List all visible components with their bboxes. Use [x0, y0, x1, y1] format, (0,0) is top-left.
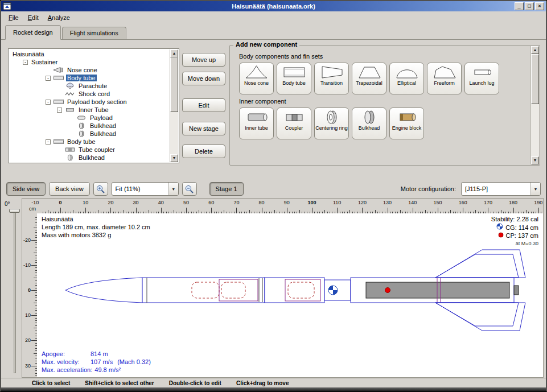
add-trapezoidal-fin-button[interactable]: Trapezoidal [352, 63, 386, 94]
ruler-tick [60, 208, 61, 213]
menu-item-analyze[interactable]: Analyze [43, 13, 75, 23]
scrollbar-thumb[interactable] [531, 54, 539, 104]
tree-item-body-tube[interactable]: -Body tube [9, 74, 170, 82]
tree-item-nose-cone[interactable]: Nose cone [9, 66, 170, 74]
freeform-fin-icon [432, 64, 457, 80]
add-body-tube-button[interactable]: Body tube [277, 63, 311, 94]
tree-item-label: Haisunäätä [11, 51, 46, 57]
tree-item-inner-tube[interactable]: -Inner Tube [9, 106, 170, 114]
chevron-down-icon[interactable]: ▼ [168, 183, 178, 195]
delete-button[interactable]: Delete [182, 145, 225, 158]
payload-section-shape[interactable] [265, 278, 324, 303]
tree-item-bulkhead[interactable]: Bulkhead [9, 122, 170, 130]
add-engine-block-button[interactable]: Engine block [389, 108, 424, 139]
close-button[interactable]: ✕ [535, 2, 544, 10]
add-centering-ring-button[interactable]: Centering ring [314, 108, 349, 139]
view-toolbar: Side view Back view Fit (11%) ▼ Stage 1 … [1, 180, 546, 198]
title-bar[interactable]: Haisunäätä (haisunaata.ork) _ □ ✕ [1, 1, 546, 11]
ruler-tick [287, 208, 287, 213]
add-coupler-button[interactable]: Coupler [277, 108, 311, 139]
stage-1-toggle[interactable]: Stage 1 [209, 182, 244, 196]
tree-item-haisun-t-[interactable]: Haisunäätä [9, 50, 170, 58]
tree-item-payload[interactable]: Payload [9, 114, 170, 122]
zoom-select[interactable]: Fit (11%) ▼ [112, 182, 179, 196]
add-nose-cone-button[interactable]: Nose cone [239, 63, 274, 94]
tree-scrollbar[interactable]: ▲ ▼ [170, 49, 178, 162]
tree-collapse-icon[interactable]: - [23, 60, 28, 65]
scroll-up-icon[interactable]: ▲ [531, 46, 539, 54]
motor-configuration-label: Motor configuration: [401, 185, 456, 192]
ruler-label: 180 [509, 200, 517, 205]
rotation-slider-handle[interactable] [9, 209, 20, 213]
tree-item-payload-body-section[interactable]: -Payload body section [9, 98, 170, 106]
component-row: Nose coneBody tubeTransitionTrapezoidalE… [239, 63, 527, 94]
add-bulkhead-button[interactable]: Bulkhead [352, 108, 386, 139]
move-up-button[interactable]: Move up [182, 53, 225, 67]
tree-collapse-icon[interactable]: - [46, 76, 51, 81]
body-tube-shape[interactable] [142, 278, 265, 303]
nose-cone-shape[interactable] [65, 278, 142, 303]
tree-item-tube-coupler[interactable]: Tube coupler [9, 146, 170, 154]
tab-rocket-design[interactable]: Rocket design [5, 25, 61, 40]
payload-icon [76, 114, 87, 121]
ruler-label: 110 [333, 200, 341, 205]
scrollbar-thumb[interactable] [170, 57, 178, 112]
zoom-in-button[interactable] [93, 182, 108, 196]
bulkhead-icon [64, 154, 76, 161]
tab-flight-simulations[interactable]: Flight simulations [62, 27, 126, 39]
component-label: Engine block [392, 125, 422, 131]
scroll-up-icon[interactable]: ▲ [170, 49, 178, 57]
ruler-tick [438, 208, 438, 213]
component-group-label: Body components and fin sets [239, 53, 527, 60]
component-tree[interactable]: Haisunäätä-SustainerNose cone-Body tubeP… [9, 49, 170, 162]
rotation-slider[interactable] [14, 211, 16, 373]
minimize-button[interactable]: _ [515, 2, 524, 10]
tree-item-bulkhead[interactable]: Bulkhead [9, 154, 170, 162]
new-stage-button[interactable]: New stage [182, 122, 225, 135]
max-velocity-value: 107 m/s [91, 358, 113, 366]
move-down-button[interactable]: Move down [182, 72, 225, 85]
tree-item-sustainer[interactable]: -Sustainer [9, 58, 170, 66]
flight-data-block: Apogee: 814 m Max. velocity: 107 m/s (Ma… [42, 350, 151, 374]
add-freeform-fin-button[interactable]: Freeform [427, 63, 462, 94]
cg-symbol [328, 286, 338, 295]
fin-shape-bottom[interactable] [435, 303, 525, 331]
apogee-value: 814 m [91, 350, 108, 358]
scroll-down-icon[interactable]: ▼ [531, 156, 539, 164]
menu-item-file[interactable]: File [4, 13, 23, 23]
component-label: Body tube [282, 80, 306, 86]
ruler-tick [31, 290, 37, 291]
tree-item-body-tube[interactable]: -Body tube [9, 138, 170, 146]
tree-collapse-icon[interactable]: - [57, 108, 62, 113]
ruler-tick [31, 366, 37, 366]
tree-collapse-icon[interactable]: - [46, 139, 51, 145]
coupler-icon [64, 146, 76, 153]
back-view-button[interactable]: Back view [49, 182, 90, 196]
ruler-tick [262, 208, 262, 213]
add-elliptical-fin-button[interactable]: Elliptical [389, 63, 424, 94]
tree-item-shock-cord[interactable]: Shock cord [9, 90, 170, 98]
ruler-label: 130 [383, 200, 392, 205]
motor-configuration-select[interactable]: [J115-P] ▼ [461, 182, 541, 196]
tree-item-bulkhead[interactable]: Bulkhead [9, 130, 170, 138]
add-launch-lug-button[interactable]: Launch lug [464, 63, 499, 94]
ruler-unit-label: cm [29, 206, 36, 212]
menu-item-edit[interactable]: Edit [23, 13, 43, 23]
rocket-view-canvas[interactable]: Haisunäätä Length 189 cm, max. diameter … [37, 213, 543, 377]
horizontal-ruler: -100102030405060708090100110120130140150… [37, 199, 543, 213]
ruler-label: 10 [83, 200, 88, 205]
tree-item-parachute[interactable]: Parachute [9, 82, 170, 90]
side-view-button[interactable]: Side view [6, 182, 46, 196]
hint-text: Click+drag to move [236, 380, 289, 386]
zoom-out-button[interactable] [182, 182, 197, 196]
add-panel-scrollbar[interactable]: ▲ ▼ [530, 46, 539, 164]
tree-collapse-icon[interactable]: - [46, 100, 51, 105]
maximize-button[interactable]: □ [525, 2, 534, 10]
window-resize-edge[interactable] [1, 387, 546, 391]
scroll-down-icon[interactable]: ▼ [170, 154, 178, 162]
chevron-down-icon[interactable]: ▼ [530, 183, 540, 195]
add-transition-button[interactable]: Transition [314, 63, 349, 94]
edit-button[interactable]: Edit [182, 98, 225, 112]
fin-shape-top[interactable] [435, 250, 525, 278]
add-inner-tube-button[interactable]: Inner tube [239, 108, 274, 139]
